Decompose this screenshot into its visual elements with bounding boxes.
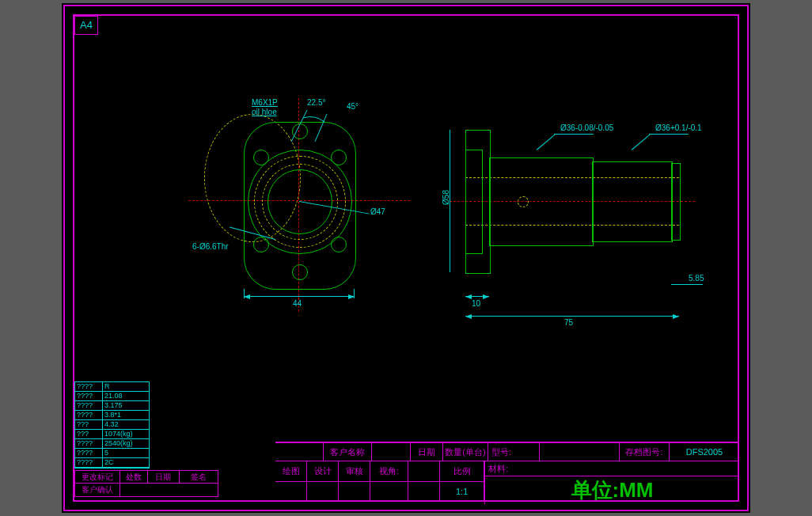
tb-review: 审核: [339, 461, 370, 481]
dim-585-text: 5.85: [689, 274, 704, 283]
pcd-diameter: Ø47: [370, 207, 385, 216]
dim-d1-text: Ø36-0.08/-0.05: [560, 123, 613, 132]
rev-date: 日期: [148, 471, 180, 484]
rev-qty: 处数: [120, 471, 148, 484]
dim-d2-text: Ø36+0.1/-0.1: [655, 123, 702, 132]
revision-block: 更改标记 处数 日期 签名 客户确认: [74, 470, 218, 497]
oil-hole-side: [518, 196, 529, 207]
title-block: 客户名称 日期 数量(单台) 型号: 存档图号: DFS2005 绘图 设计 审…: [275, 442, 739, 502]
tb-design: 设计: [307, 461, 339, 481]
bolt-hole: [292, 264, 308, 280]
tb-archive: 存档图号:: [620, 443, 670, 461]
param-key: ????: [75, 382, 103, 392]
body-profile: [489, 157, 594, 246]
param-key: ????: [75, 439, 103, 449]
bolt-pattern: 6-Ø6.6Thr: [192, 242, 229, 251]
end-profile: [671, 163, 681, 241]
tb-blank: [370, 482, 408, 502]
tb-blank: [307, 482, 339, 502]
param-val: 1074(kg): [103, 430, 149, 439]
angle-dimension: [283, 106, 339, 146]
tb-blank: [408, 482, 440, 502]
oil-hole-note: oil hloe: [252, 108, 277, 116]
parameter-table: ????R ????21.08 ????3.175 ????3.8*1 ???4…: [74, 381, 150, 469]
param-val: 3.175: [103, 401, 149, 411]
angle-45: 45°: [347, 102, 359, 111]
drawing-canvas: A4 22.5° 45° M6X1P oil hloe Ø47 6-Ø6.6Th…: [62, 3, 750, 513]
tb-customer: 客户名称: [324, 443, 372, 461]
tb-blank: [372, 443, 411, 461]
bolt-hole: [331, 237, 347, 252]
rev-confirm: 客户确认: [75, 484, 120, 496]
dim-58-text: Ø58: [442, 190, 450, 205]
tb-drawn: 绘图: [275, 461, 307, 481]
tb-blank: [339, 482, 370, 502]
param-key: ????: [75, 401, 103, 411]
dim-44-text: 44: [293, 299, 302, 308]
thread-note: M6X1P: [252, 98, 278, 107]
tb-scale-val: 1:1: [440, 482, 484, 502]
tb-archive-no: DFS2005: [670, 443, 739, 461]
param-val: 4.32: [103, 420, 149, 430]
param-key: ????: [75, 392, 103, 401]
tb-date: 日期: [411, 443, 443, 461]
hub-profile: [465, 150, 483, 254]
tb-scale: 比例: [440, 461, 484, 481]
tb-qty: 数量(单台): [443, 443, 488, 461]
param-val: 5: [103, 449, 149, 458]
tb-blank: [275, 482, 307, 502]
rev-mark: 更改标记: [75, 471, 120, 484]
param-val: 2540(kg): [103, 439, 149, 449]
front-view: 22.5° 45° M6X1P oil hloe Ø47 6-Ø6.6Thr 4…: [204, 114, 386, 320]
rev-blank: [120, 484, 217, 496]
dim-75-text: 75: [564, 318, 573, 327]
sheet-size-label: A4: [74, 16, 98, 35]
param-key: ???: [75, 430, 103, 439]
dim-75: [465, 316, 679, 317]
param-key: ????: [75, 449, 103, 458]
angle-22-5: 22.5°: [307, 98, 325, 107]
step-profile: [592, 161, 673, 242]
bolt-hole: [253, 237, 269, 252]
param-key: ???: [75, 420, 103, 430]
dim-10: [465, 296, 489, 297]
side-view: Ø58 Ø36-0.08/-0.05 Ø36+0.1/-0.1 10 75 5.…: [442, 114, 742, 328]
tb-material: 材料:: [484, 461, 739, 476]
tb-blank: [408, 461, 440, 481]
param-val: R: [103, 382, 149, 392]
param-val: 2C: [103, 458, 149, 468]
tb-unit: 单位:MM: [484, 476, 739, 504]
param-val: 21.08: [103, 392, 149, 401]
tb-blank: [540, 443, 620, 461]
tb-model: 型号:: [488, 443, 540, 461]
tb-angle: 视角:: [370, 461, 408, 481]
tb-blank: [275, 443, 324, 461]
param-key: ????: [75, 458, 103, 468]
param-val: 3.8*1: [103, 411, 149, 420]
bolt-hole: [253, 150, 269, 165]
dim-10-text: 10: [472, 299, 480, 308]
dim-width-44: [244, 296, 355, 297]
rev-sign: 签名: [180, 471, 218, 484]
param-key: ????: [75, 411, 103, 420]
bolt-hole: [331, 150, 347, 165]
dim-5-85: [671, 284, 703, 285]
